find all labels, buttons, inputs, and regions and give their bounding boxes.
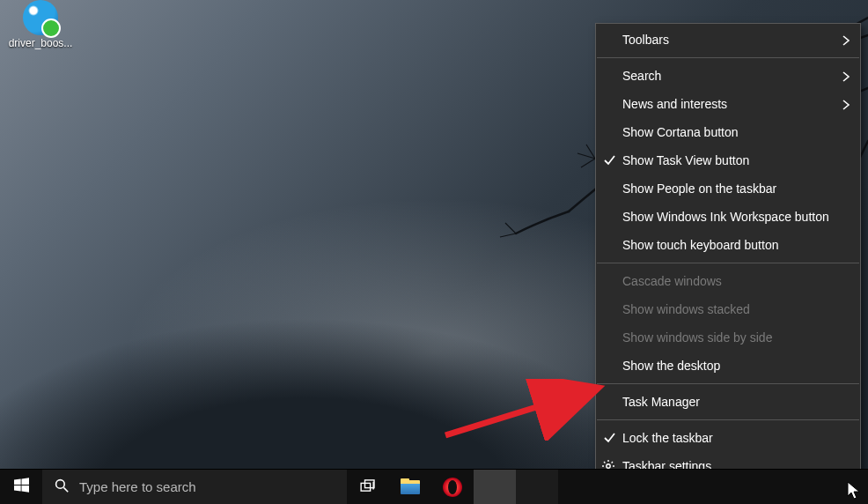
menu-item-label: Show windows side by side xyxy=(622,330,772,345)
check-icon xyxy=(603,432,615,444)
opera-icon xyxy=(443,478,462,497)
menu-item-lock-the-taskbar[interactable]: Lock the taskbar xyxy=(596,424,860,452)
taskbar: Type here to search xyxy=(0,469,868,504)
annotation-arrow xyxy=(442,379,609,441)
menu-item-label: Show the desktop xyxy=(622,359,720,373)
menu-item-show-task-view-button[interactable]: Show Task View button xyxy=(596,146,860,174)
task-view-button[interactable] xyxy=(347,470,389,504)
driver-booster-icon xyxy=(23,0,58,35)
menu-item-label: Show touch keyboard button xyxy=(622,238,778,252)
file-explorer-button[interactable] xyxy=(389,470,431,504)
menu-item-task-manager[interactable]: Task Manager xyxy=(596,388,860,416)
search-icon xyxy=(55,478,69,495)
chevron-right-icon xyxy=(841,99,851,109)
menu-separator xyxy=(597,419,859,420)
running-app-2[interactable] xyxy=(516,470,558,504)
opera-button[interactable] xyxy=(431,470,474,504)
menu-item-label: Toolbars xyxy=(622,33,669,47)
file-explorer-icon xyxy=(401,480,420,494)
menu-item-label: Show windows stacked xyxy=(622,302,750,316)
menu-separator xyxy=(597,57,859,58)
task-view-icon xyxy=(360,479,376,495)
menu-item-label: News and interests xyxy=(622,97,727,111)
menu-separator xyxy=(597,263,859,263)
svg-point-1 xyxy=(56,480,65,489)
search-placeholder: Type here to search xyxy=(79,479,196,494)
menu-item-label: Show People on the taskbar xyxy=(622,182,776,196)
menu-item-label: Lock the taskbar xyxy=(622,431,713,445)
menu-item-news-and-interests[interactable]: News and interests xyxy=(596,90,860,118)
svg-rect-3 xyxy=(361,483,371,491)
menu-separator xyxy=(597,383,859,384)
start-button[interactable] xyxy=(0,470,42,504)
menu-item-label: Show Task View button xyxy=(622,153,749,167)
check-icon xyxy=(603,154,615,167)
menu-item-toolbars[interactable]: Toolbars xyxy=(596,26,860,54)
windows-logo-icon xyxy=(14,478,29,496)
desktop-icon-label: driver_boos... xyxy=(7,37,74,49)
menu-item-show-windows-ink-workspace-button[interactable]: Show Windows Ink Workspace button xyxy=(596,203,860,231)
menu-item-cascade-windows: Cascade windows xyxy=(596,267,860,295)
menu-item-show-touch-keyboard-button[interactable]: Show touch keyboard button xyxy=(596,231,860,259)
menu-item-show-windows-side-by-side: Show windows side by side xyxy=(596,323,860,352)
menu-item-search[interactable]: Search xyxy=(596,62,860,90)
menu-item-label: Show Windows Ink Workspace button xyxy=(622,210,829,224)
menu-item-label: Cascade windows xyxy=(622,274,722,288)
desktop-icon-driver-booster[interactable]: driver_boos... xyxy=(7,0,74,49)
menu-item-label: Show Cortana button xyxy=(622,125,739,139)
menu-item-show-windows-stacked: Show windows stacked xyxy=(596,295,860,323)
running-app-1[interactable] xyxy=(474,470,516,504)
svg-line-2 xyxy=(63,487,68,492)
menu-item-show-cortana-button[interactable]: Show Cortana button xyxy=(596,118,860,146)
taskbar-context-menu: ToolbarsSearchNews and interestsShow Cor… xyxy=(595,23,861,483)
chevron-right-icon xyxy=(841,70,851,81)
menu-item-show-the-desktop[interactable]: Show the desktop xyxy=(596,352,860,380)
menu-item-show-people-on-the-taskbar[interactable]: Show People on the taskbar xyxy=(596,174,860,203)
svg-rect-4 xyxy=(365,479,375,487)
taskbar-search-box[interactable]: Type here to search xyxy=(42,470,347,504)
svg-point-0 xyxy=(607,464,610,468)
chevron-right-icon xyxy=(841,34,851,45)
menu-item-label: Task Manager xyxy=(622,395,700,409)
menu-item-label: Search xyxy=(622,69,661,83)
